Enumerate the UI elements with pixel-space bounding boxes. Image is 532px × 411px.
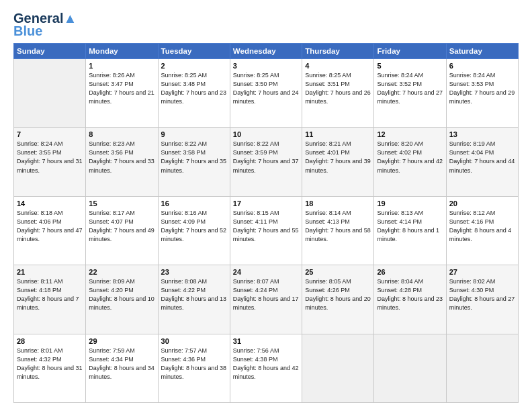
day-number: 28 — [17, 337, 83, 345]
week-row-1: 1Sunrise: 8:26 AMSunset: 3:47 PMDaylight… — [14, 59, 519, 128]
day-info: Sunrise: 8:22 AMSunset: 3:58 PMDaylight:… — [161, 140, 227, 175]
day-info: Sunrise: 8:19 AMSunset: 4:04 PMDaylight:… — [449, 140, 515, 175]
day-info: Sunrise: 8:08 AMSunset: 4:22 PMDaylight:… — [161, 277, 227, 312]
calendar-cell: 30Sunrise: 7:57 AMSunset: 4:36 PMDayligh… — [158, 334, 230, 402]
day-info: Sunrise: 7:59 AMSunset: 4:34 PMDaylight:… — [89, 347, 154, 381]
calendar-cell: 4Sunrise: 8:25 AMSunset: 3:51 PMDaylight… — [302, 59, 374, 128]
day-number: 5 — [377, 62, 443, 70]
calendar-cell: 15Sunrise: 8:17 AMSunset: 4:07 PMDayligh… — [86, 196, 158, 265]
day-number: 10 — [233, 130, 299, 138]
day-number: 2 — [161, 62, 227, 70]
day-number: 1 — [89, 62, 154, 70]
day-number: 23 — [161, 268, 227, 276]
day-number: 20 — [449, 199, 515, 208]
day-number: 7 — [17, 130, 83, 138]
day-info: Sunrise: 8:12 AMSunset: 4:16 PMDaylight:… — [449, 209, 515, 244]
day-number: 26 — [377, 268, 443, 276]
calendar-cell: 21Sunrise: 8:11 AMSunset: 4:18 PMDayligh… — [14, 265, 86, 334]
calendar-cell — [446, 334, 518, 402]
day-info: Sunrise: 8:11 AMSunset: 4:18 PMDaylight:… — [17, 277, 83, 312]
calendar-table: SundayMondayTuesdayWednesdayThursdayFrid… — [13, 43, 519, 403]
calendar-cell: 16Sunrise: 8:16 AMSunset: 4:09 PMDayligh… — [158, 196, 230, 265]
day-info: Sunrise: 8:14 AMSunset: 4:13 PMDaylight:… — [305, 209, 371, 244]
day-info: Sunrise: 8:21 AMSunset: 4:01 PMDaylight:… — [305, 140, 371, 175]
calendar-cell: 7Sunrise: 8:24 AMSunset: 3:55 PMDaylight… — [14, 128, 86, 196]
day-info: Sunrise: 8:13 AMSunset: 4:14 PMDaylight:… — [377, 209, 443, 244]
day-info: Sunrise: 7:57 AMSunset: 4:36 PMDaylight:… — [161, 347, 227, 381]
calendar-cell: 17Sunrise: 8:15 AMSunset: 4:11 PMDayligh… — [230, 196, 302, 265]
weekday-header-monday: Monday — [86, 44, 158, 59]
calendar-cell: 29Sunrise: 7:59 AMSunset: 4:34 PMDayligh… — [86, 334, 158, 402]
day-number: 13 — [449, 130, 515, 138]
day-info: Sunrise: 8:09 AMSunset: 4:20 PMDaylight:… — [89, 277, 154, 312]
day-info: Sunrise: 8:04 AMSunset: 4:28 PMDaylight:… — [377, 277, 443, 312]
calendar-cell: 8Sunrise: 8:23 AMSunset: 3:56 PMDaylight… — [86, 128, 158, 196]
day-info: Sunrise: 8:05 AMSunset: 4:26 PMDaylight:… — [305, 277, 371, 312]
calendar-cell: 5Sunrise: 8:24 AMSunset: 3:52 PMDaylight… — [374, 59, 446, 128]
day-info: Sunrise: 8:18 AMSunset: 4:06 PMDaylight:… — [17, 209, 83, 244]
day-number: 25 — [305, 268, 371, 276]
day-number: 4 — [305, 62, 371, 70]
calendar-cell: 9Sunrise: 8:22 AMSunset: 3:58 PMDaylight… — [158, 128, 230, 196]
day-number: 14 — [17, 199, 83, 208]
week-row-4: 21Sunrise: 8:11 AMSunset: 4:18 PMDayligh… — [14, 265, 519, 334]
day-info: Sunrise: 8:25 AMSunset: 3:50 PMDaylight:… — [233, 71, 299, 106]
calendar-cell: 28Sunrise: 8:01 AMSunset: 4:32 PMDayligh… — [14, 334, 86, 402]
day-number: 31 — [233, 337, 299, 345]
day-number: 16 — [161, 199, 227, 208]
calendar-cell: 3Sunrise: 8:25 AMSunset: 3:50 PMDaylight… — [230, 59, 302, 128]
day-info: Sunrise: 8:22 AMSunset: 3:59 PMDaylight:… — [233, 140, 299, 175]
weekday-header-wednesday: Wednesday — [230, 44, 302, 59]
day-number: 19 — [377, 199, 443, 208]
day-number: 3 — [233, 62, 299, 70]
calendar-page: General▲ Blue SundayMondayTuesdayWednesd… — [0, 0, 532, 411]
day-info: Sunrise: 8:24 AMSunset: 3:52 PMDaylight:… — [377, 71, 443, 106]
day-number: 30 — [161, 337, 227, 345]
calendar-cell — [302, 334, 374, 402]
day-info: Sunrise: 8:25 AMSunset: 3:48 PMDaylight:… — [161, 71, 227, 106]
day-info: Sunrise: 8:20 AMSunset: 4:02 PMDaylight:… — [377, 140, 443, 175]
day-number: 8 — [89, 130, 154, 138]
weekday-header-saturday: Saturday — [446, 44, 518, 59]
day-number: 24 — [233, 268, 299, 276]
calendar-cell: 14Sunrise: 8:18 AMSunset: 4:06 PMDayligh… — [14, 196, 86, 265]
calendar-cell: 13Sunrise: 8:19 AMSunset: 4:04 PMDayligh… — [446, 128, 518, 196]
day-info: Sunrise: 8:24 AMSunset: 3:55 PMDaylight:… — [17, 140, 83, 175]
calendar-cell: 23Sunrise: 8:08 AMSunset: 4:22 PMDayligh… — [158, 265, 230, 334]
calendar-cell: 26Sunrise: 8:04 AMSunset: 4:28 PMDayligh… — [374, 265, 446, 334]
day-number: 6 — [449, 62, 515, 70]
calendar-cell: 11Sunrise: 8:21 AMSunset: 4:01 PMDayligh… — [302, 128, 374, 196]
day-number: 18 — [305, 199, 371, 208]
calendar-cell: 24Sunrise: 8:07 AMSunset: 4:24 PMDayligh… — [230, 265, 302, 334]
weekday-header-sunday: Sunday — [14, 44, 86, 59]
day-number: 11 — [305, 130, 371, 138]
day-info: Sunrise: 8:16 AMSunset: 4:09 PMDaylight:… — [161, 209, 227, 244]
day-number: 27 — [449, 268, 515, 276]
weekday-header-tuesday: Tuesday — [158, 44, 230, 59]
page-header: General▲ Blue — [13, 11, 519, 38]
calendar-cell: 27Sunrise: 8:02 AMSunset: 4:30 PMDayligh… — [446, 265, 518, 334]
calendar-cell: 22Sunrise: 8:09 AMSunset: 4:20 PMDayligh… — [86, 265, 158, 334]
day-info: Sunrise: 8:01 AMSunset: 4:32 PMDaylight:… — [17, 347, 83, 381]
day-info: Sunrise: 8:17 AMSunset: 4:07 PMDaylight:… — [89, 209, 154, 244]
day-info: Sunrise: 8:07 AMSunset: 4:24 PMDaylight:… — [233, 277, 299, 312]
day-number: 17 — [233, 199, 299, 208]
calendar-cell: 12Sunrise: 8:20 AMSunset: 4:02 PMDayligh… — [374, 128, 446, 196]
calendar-cell: 20Sunrise: 8:12 AMSunset: 4:16 PMDayligh… — [446, 196, 518, 265]
calendar-cell — [14, 59, 86, 128]
calendar-cell: 10Sunrise: 8:22 AMSunset: 3:59 PMDayligh… — [230, 128, 302, 196]
day-number: 9 — [161, 130, 227, 138]
logo: General▲ Blue — [13, 11, 77, 38]
day-number: 15 — [89, 199, 154, 208]
week-row-2: 7Sunrise: 8:24 AMSunset: 3:55 PMDaylight… — [14, 128, 519, 196]
weekday-header-friday: Friday — [374, 44, 446, 59]
day-number: 21 — [17, 268, 83, 276]
calendar-cell — [374, 334, 446, 402]
week-row-3: 14Sunrise: 8:18 AMSunset: 4:06 PMDayligh… — [14, 196, 519, 265]
day-info: Sunrise: 8:24 AMSunset: 3:53 PMDaylight:… — [449, 71, 515, 106]
day-info: Sunrise: 8:15 AMSunset: 4:11 PMDaylight:… — [233, 209, 299, 244]
calendar-cell: 6Sunrise: 8:24 AMSunset: 3:53 PMDaylight… — [446, 59, 518, 128]
calendar-cell: 19Sunrise: 8:13 AMSunset: 4:14 PMDayligh… — [374, 196, 446, 265]
day-info: Sunrise: 8:02 AMSunset: 4:30 PMDaylight:… — [449, 277, 515, 312]
day-info: Sunrise: 7:56 AMSunset: 4:38 PMDaylight:… — [233, 347, 299, 381]
